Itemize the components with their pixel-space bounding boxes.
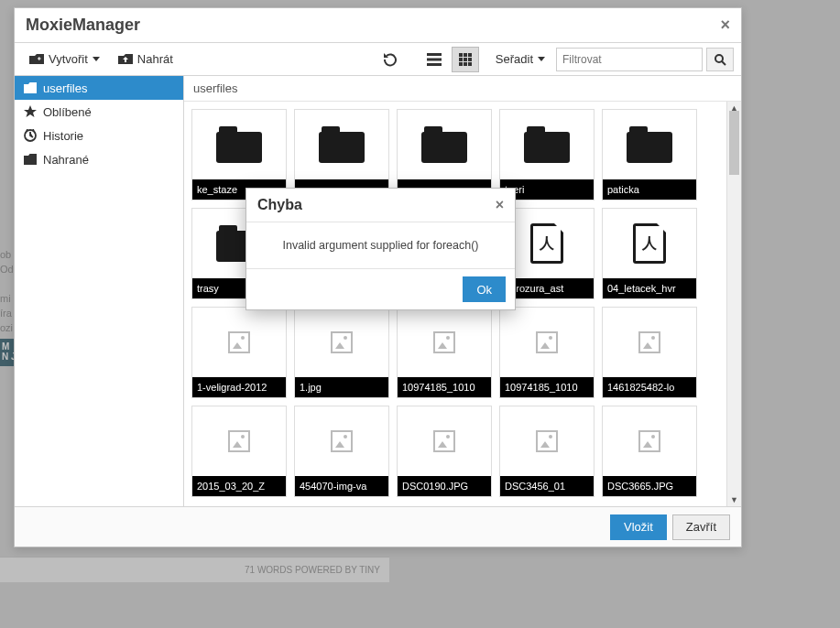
image-placeholder-icon <box>192 406 286 476</box>
upload-icon <box>24 154 37 165</box>
sidebar-item-label: userfiles <box>43 81 87 95</box>
list-view-button[interactable] <box>420 47 448 72</box>
file-tile-label: 1461825482-lo <box>603 377 696 397</box>
dialog-title: MoxieManager <box>26 16 140 35</box>
file-tile-label: 10974185_1010 <box>398 377 491 397</box>
caret-down-icon <box>93 57 100 61</box>
sidebar-item-uploaded[interactable]: Nahrané <box>15 147 183 171</box>
dialog-close-button[interactable]: × <box>720 16 730 35</box>
sidebar: userfiles Oblíbené Historie Nahrané <box>15 76 184 506</box>
dialog-header: MoxieManager × <box>15 8 741 43</box>
pdf-file-icon: 人 <box>603 209 696 278</box>
filter-input[interactable] <box>556 48 703 71</box>
file-tile-label: 2015_03_20_Z <box>192 476 286 496</box>
file-tile[interactable]: 1461825482-lo <box>602 307 697 398</box>
error-dialog-close-button[interactable]: × <box>496 197 504 213</box>
sidebar-item-history[interactable]: Historie <box>15 124 183 147</box>
sidebar-item-label: Oblíbené <box>43 105 92 119</box>
vertical-scrollbar[interactable]: ▲ ▼ <box>726 102 741 506</box>
file-tile-label: 04_letacek_hvr <box>603 278 696 298</box>
image-placeholder-icon <box>603 308 696 377</box>
file-tile[interactable] <box>397 109 492 200</box>
file-tile-label: 10974185_1010 <box>500 377 594 397</box>
refresh-icon <box>383 52 398 67</box>
breadcrumb[interactable]: userfiles <box>184 76 741 102</box>
file-tile-label: 454070-img-va <box>295 476 388 496</box>
image-placeholder-icon <box>603 406 696 476</box>
sort-button-label: Seřadit <box>496 52 533 66</box>
upload-icon <box>118 53 133 66</box>
file-tile[interactable]: 1-veligrad-2012 <box>191 307 287 398</box>
upload-button-label: Nahrát <box>137 52 173 66</box>
scroll-down-icon[interactable]: ▼ <box>727 493 741 506</box>
file-tile[interactable]: DSC3665.JPG <box>602 406 697 497</box>
file-tile[interactable] <box>294 109 389 200</box>
sidebar-item-label: Historie <box>43 129 83 143</box>
sort-button[interactable]: Seřadit <box>488 47 552 72</box>
error-dialog-header: Chyba × <box>246 189 515 222</box>
clock-icon <box>24 129 37 142</box>
file-tile[interactable]: DSC0190.JPG <box>397 406 492 497</box>
image-placeholder-icon <box>295 308 388 377</box>
refresh-button[interactable] <box>376 47 404 72</box>
image-placeholder-icon <box>500 308 594 377</box>
grid-view-button[interactable] <box>452 47 479 72</box>
file-tile-label: 1-veligrad-2012 <box>192 377 286 397</box>
folder-icon <box>603 110 696 179</box>
image-placeholder-icon <box>500 406 594 476</box>
caret-down-icon <box>538 57 545 61</box>
star-icon <box>24 105 37 118</box>
error-dialog-title: Chyba <box>257 197 302 213</box>
create-folder-icon <box>29 53 44 66</box>
image-placeholder-icon <box>398 308 491 377</box>
image-placeholder-icon <box>295 406 388 476</box>
folder-icon <box>24 82 37 93</box>
file-tile[interactable]: 10974185_1010 <box>397 307 492 398</box>
sidebar-item-userfiles[interactable]: userfiles <box>15 76 183 100</box>
toolbar: Vytvořit Nahrát Seřadit <box>15 43 741 76</box>
search-button[interactable] <box>706 48 734 71</box>
error-ok-button[interactable]: Ok <box>463 276 506 302</box>
svg-point-0 <box>715 55 723 62</box>
search-icon <box>714 53 726 66</box>
file-tile[interactable]: 1.jpg <box>294 307 389 398</box>
sidebar-item-favorites[interactable]: Oblíbené <box>15 100 183 124</box>
folder-icon <box>398 110 491 179</box>
close-button[interactable]: Zavřít <box>672 514 730 540</box>
sidebar-item-label: Nahrané <box>43 153 89 167</box>
file-tile[interactable]: 10974185_1010 <box>499 307 595 398</box>
file-tile-label: 1.jpg <box>295 377 388 397</box>
scrollbar-thumb[interactable] <box>729 111 739 175</box>
file-tile-label: paticka <box>603 179 696 200</box>
error-dialog-footer: Ok <box>246 269 515 309</box>
dialog-footer: Vložit Zavřít <box>15 506 741 547</box>
create-button[interactable]: Vytvořit <box>22 47 107 72</box>
grid-icon <box>459 53 472 66</box>
file-tile[interactable]: 454070-img-va <box>294 406 389 497</box>
file-tile-label: DSC3456_01 <box>500 476 594 496</box>
folder-icon <box>295 110 388 179</box>
error-dialog: Chyba × Invalid argument supplied for fo… <box>245 188 516 310</box>
file-tile[interactable]: paticka <box>602 109 697 200</box>
file-tile[interactable]: 2015_03_20_Z <box>191 406 287 497</box>
image-placeholder-icon <box>192 308 286 377</box>
file-tile[interactable]: DSC3456_01 <box>499 406 595 497</box>
folder-icon <box>192 110 286 179</box>
insert-button[interactable]: Vložit <box>610 514 667 540</box>
file-tile[interactable]: 人04_letacek_hvr <box>602 208 697 299</box>
upload-button[interactable]: Nahrát <box>111 47 180 72</box>
folder-icon <box>500 110 594 179</box>
image-placeholder-icon <box>398 406 491 476</box>
file-tile[interactable]: ke_staze <box>191 109 287 200</box>
list-icon <box>427 53 442 66</box>
create-button-label: Vytvořit <box>49 52 88 66</box>
error-dialog-message: Invalid argument supplied for foreach() <box>246 222 515 269</box>
file-tile[interactable]: tneri <box>499 109 595 200</box>
file-tile-label: DSC3665.JPG <box>603 476 696 496</box>
file-tile-label: DSC0190.JPG <box>398 476 491 496</box>
